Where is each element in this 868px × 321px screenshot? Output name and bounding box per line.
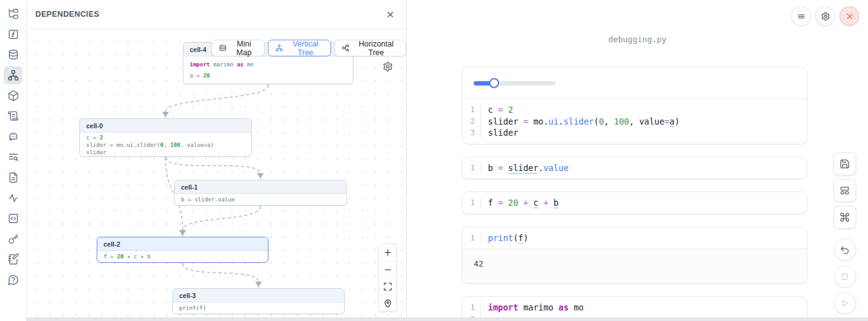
graph-settings-button[interactable] [383, 61, 393, 72]
graph-node-title: cell-3 [173, 289, 344, 302]
code-block-icon [7, 213, 19, 224]
graph-view-horizontal-tree-button[interactable]: Horizontal Tree [334, 40, 406, 56]
graph-node-cell-1[interactable]: cell-1 b = slider.value [174, 180, 347, 206]
graph-node-code: f = 20 + c + b [97, 251, 268, 262]
tree-icon [7, 8, 19, 20]
stop-button[interactable] [834, 265, 856, 288]
code-line: 1import marimo as mo [463, 302, 807, 314]
slider-thumb[interactable] [489, 78, 499, 88]
minimap-icon [219, 43, 227, 53]
database-icon [7, 49, 19, 61]
panel-title: DEPENDENCIES [35, 10, 99, 19]
graph-zoom-out-button[interactable] [379, 261, 396, 278]
play-icon [839, 298, 850, 309]
graph-view-vertical-tree-button[interactable]: Vertical Tree [268, 40, 331, 56]
run-button[interactable] [834, 292, 856, 314]
settings-button[interactable] [815, 6, 835, 26]
undo-button[interactable] [834, 239, 856, 261]
cell-editor[interactable]: 1f = 20 + c + b [463, 192, 807, 214]
line-number: 1 [463, 162, 481, 174]
graph-node-cell-3[interactable]: cell-3 print(f) [172, 288, 345, 314]
code-line: 2slider = mo.ui.slider(0, 100, value=a) [463, 116, 807, 128]
notebook-cell[interactable]: 1f = 20 + c + b [462, 191, 807, 214]
sidebar-item-variables[interactable] [4, 25, 22, 43]
line-number: 1 [463, 302, 481, 314]
dependencies-panel: DEPENDENCIES cell-4 impor [27, 0, 407, 321]
graph-node-title: cell-0 [80, 119, 251, 133]
helper-panel-rail [0, 0, 27, 321]
scroll-icon [7, 110, 19, 122]
marimo-app: DEPENDENCIES cell-4 impor [0, 0, 868, 321]
graph-view-toolbar: Mini MapVertical TreeHorizontal Tree [211, 40, 406, 56]
help-icon [7, 274, 19, 286]
notebook-cell[interactable]: 1c = 22slider = mo.ui.slider(0, 100, val… [462, 67, 807, 144]
sidebar-item-logs[interactable] [4, 107, 22, 125]
sidebar-item-dependencies[interactable] [4, 66, 22, 84]
cell-editor[interactable]: 1c = 22slider = mo.ui.slider(0, 100, val… [463, 99, 807, 144]
cell-editor[interactable]: 1print(f) [463, 227, 807, 249]
activity-icon [7, 192, 19, 204]
sidebar-item-packages[interactable] [4, 87, 22, 105]
sidebar-item-secrets[interactable] [4, 230, 22, 248]
graph-fullscreen-button[interactable] [379, 278, 396, 294]
horizontal-tree-icon [342, 43, 350, 53]
button-label: Horizontal Tree [353, 40, 399, 57]
sidebar-item-chat[interactable] [4, 128, 22, 146]
sidebar-item-tracing[interactable] [4, 189, 22, 207]
graph-node-title: cell-1 [175, 180, 346, 194]
graph-node-code: c = 2slider = mo.ui.slider(0, 100, value… [80, 133, 251, 157]
gear-icon [383, 61, 393, 72]
panel-close-button[interactable] [386, 10, 395, 19]
shutdown-button[interactable] [839, 6, 859, 26]
layout-switch-button[interactable] [833, 179, 856, 202]
graph-node-title: cell-2 [97, 237, 268, 251]
sidebar-item-scratchpad[interactable] [4, 209, 22, 227]
minus-icon [383, 265, 392, 275]
slider-track [474, 81, 556, 86]
plus-icon [383, 248, 392, 257]
line-number: 1 [463, 232, 481, 244]
code-line: 3slider [463, 127, 807, 139]
notebook-filename[interactable]: debugging.py [407, 35, 868, 44]
sidebar-item-documentation[interactable] [4, 148, 22, 166]
graph-node-cell-2[interactable]: cell-2 f = 20 + c + b [97, 237, 268, 263]
notebook-action-rail [833, 152, 856, 319]
sidebar-item-datasources[interactable] [4, 46, 22, 64]
graph-node-code: print(f) [173, 302, 344, 314]
sidebar-item-help[interactable] [4, 271, 22, 289]
box-icon [7, 90, 19, 102]
graph-locate-button[interactable] [379, 294, 396, 311]
menu-icon [797, 12, 806, 21]
notebook-cell[interactable]: 1print(f)42 [462, 227, 807, 284]
command-icon [839, 212, 850, 222]
dependency-graph-canvas[interactable]: cell-4 import marimo as moa = 20 cell-0 … [27, 29, 406, 321]
notebook-cell[interactable]: 1b = slider.value [462, 157, 807, 180]
function-square-icon [7, 29, 19, 40]
save-button[interactable] [833, 152, 856, 175]
sidebar-item-file-explorer[interactable] [4, 5, 22, 23]
keyboard-shortcuts-button[interactable] [833, 206, 856, 229]
cell-editor[interactable]: 1b = slider.value [463, 157, 807, 179]
slider-widget[interactable] [474, 78, 556, 88]
graph-view-mini-map-button[interactable]: Mini Map [211, 40, 265, 56]
graph-zoom-in-button[interactable] [379, 244, 396, 261]
layout-icon [839, 185, 850, 196]
gear-icon [821, 12, 830, 21]
vertical-tree-icon [275, 43, 283, 53]
notebook-topbar [791, 6, 859, 26]
sidebar-item-notebook-pen[interactable] [4, 250, 22, 268]
graph-node-cell-0[interactable]: cell-0 c = 2slider = mo.ui.slider(0, 100… [79, 118, 252, 157]
graph-node-code: b = slider.value [175, 194, 346, 205]
cell-console-output: 42 [463, 248, 807, 283]
notebook-area: debugging.py 1c = 22slider = mo.ui.slide… [407, 0, 868, 321]
key-icon [7, 233, 19, 245]
notebook-pen-icon [7, 253, 19, 265]
dependencies-panel-header: DEPENDENCIES [27, 0, 406, 29]
file-text-icon [7, 172, 19, 183]
notebook-menu-button[interactable] [791, 6, 811, 26]
sidebar-item-snippets[interactable] [4, 169, 22, 187]
horizontal-scrollbar[interactable] [27, 317, 868, 321]
graph-node-code: import marimo as moa = 20 [184, 56, 353, 84]
close-x-icon [845, 12, 854, 21]
maximize-icon [383, 282, 392, 291]
